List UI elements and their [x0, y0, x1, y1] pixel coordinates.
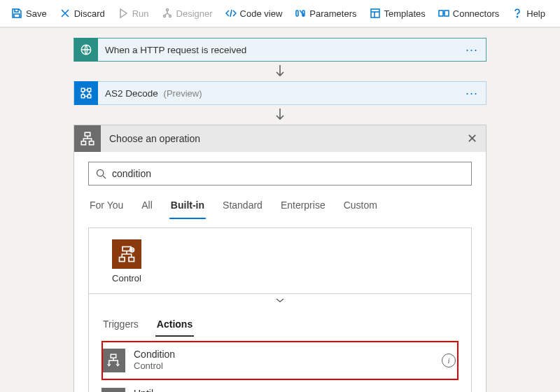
- svg-point-17: [97, 169, 103, 176]
- control-connector-label: Control: [112, 273, 141, 284]
- parameters-label: Parameters: [309, 8, 356, 19]
- as2-decode-step[interactable]: AS2 Decode (Preview) ···: [74, 81, 486, 105]
- codeview-label: Code view: [240, 8, 283, 19]
- connectors-button[interactable]: Connectors: [433, 5, 505, 22]
- svg-point-8: [517, 16, 518, 17]
- connector-grid: Control Triggers Actions Condition Contr…: [88, 227, 472, 392]
- svg-rect-16: [90, 141, 94, 145]
- run-button: Run: [112, 5, 155, 22]
- until-icon: [102, 388, 125, 392]
- control-tile-icon: [112, 239, 141, 269]
- more-button[interactable]: ···: [458, 86, 486, 101]
- expand-toggle[interactable]: [89, 293, 471, 306]
- tab-actions[interactable]: Actions: [155, 313, 194, 337]
- svg-rect-13: [88, 94, 91, 98]
- tab-builtin[interactable]: Built-in: [169, 195, 206, 219]
- parameters-button[interactable]: Parameters: [289, 5, 362, 22]
- connectors-label: Connectors: [453, 8, 499, 19]
- tab-standard[interactable]: Standard: [221, 195, 264, 219]
- save-button[interactable]: Save: [6, 5, 52, 22]
- condition-icon: [102, 349, 125, 372]
- tab-custom[interactable]: Custom: [342, 195, 379, 219]
- control-connector[interactable]: Control: [102, 239, 152, 284]
- arrow-icon: [74, 108, 486, 122]
- discard-label: Discard: [74, 8, 105, 19]
- connectors-icon: [438, 8, 449, 19]
- templates-button[interactable]: Templates: [364, 5, 431, 22]
- run-icon: [118, 8, 129, 19]
- help-label: Help: [526, 8, 545, 19]
- tab-all[interactable]: All: [140, 195, 154, 219]
- svg-rect-5: [371, 9, 379, 18]
- as2-decode-title: AS2 Decode (Preview): [98, 88, 458, 99]
- connector-filter-tabs: For You All Built-in Standard Enterprise…: [88, 195, 472, 219]
- globe-icon: [74, 38, 98, 62]
- close-button[interactable]: ✕: [458, 131, 486, 146]
- svg-rect-3: [296, 10, 298, 16]
- designer-icon: [162, 8, 173, 19]
- tab-enterprise[interactable]: Enterprise: [279, 195, 327, 219]
- svg-rect-10: [81, 88, 85, 92]
- svg-point-0: [166, 9, 168, 11]
- svg-rect-7: [444, 10, 449, 16]
- svg-rect-11: [88, 88, 91, 92]
- run-label: Run: [132, 8, 149, 19]
- until-action-row[interactable]: Until Control i: [102, 380, 458, 392]
- tab-triggers[interactable]: Triggers: [102, 313, 140, 337]
- search-input[interactable]: [112, 168, 464, 179]
- panel-title: Choose an operation: [101, 133, 458, 144]
- condition-action-row[interactable]: Condition Control i: [102, 341, 458, 380]
- preview-badge: (Preview): [164, 88, 202, 99]
- svg-rect-14: [85, 132, 90, 136]
- code-icon: [225, 8, 237, 19]
- panel-header: Choose an operation ✕: [74, 125, 486, 152]
- designer-label: Designer: [176, 8, 213, 19]
- discard-icon: [59, 8, 71, 19]
- condition-name: Condition: [134, 349, 433, 361]
- operation-icon: [74, 125, 101, 152]
- svg-rect-6: [439, 10, 443, 16]
- designer-button: Designer: [156, 5, 218, 22]
- templates-icon: [370, 8, 381, 19]
- choose-operation-panel: Choose an operation ✕ For You All Built-…: [74, 125, 486, 392]
- save-icon: [11, 8, 22, 19]
- condition-sub: Control: [134, 360, 433, 372]
- search-input-wrapper[interactable]: [88, 162, 472, 186]
- svg-rect-22: [111, 354, 116, 358]
- save-label: Save: [26, 8, 47, 19]
- workflow-canvas: When a HTTP request is received ··· AS2 …: [0, 28, 560, 392]
- trigger-action-tabs: Triggers Actions: [89, 313, 471, 337]
- more-button[interactable]: ···: [458, 43, 486, 57]
- until-name: Until: [134, 388, 433, 392]
- http-trigger-title: When a HTTP request is received: [98, 45, 458, 55]
- svg-rect-12: [81, 94, 85, 98]
- search-icon: [96, 169, 106, 179]
- codeview-button[interactable]: Code view: [220, 5, 288, 22]
- info-icon[interactable]: i: [442, 354, 456, 368]
- command-toolbar: Save Discard Run Designer Code view Para…: [0, 0, 560, 28]
- svg-rect-20: [129, 258, 134, 262]
- discard-button[interactable]: Discard: [54, 5, 111, 22]
- as2-icon: [74, 81, 98, 105]
- help-button[interactable]: Help: [506, 5, 551, 22]
- templates-label: Templates: [384, 8, 426, 19]
- svg-rect-15: [81, 141, 85, 145]
- help-icon: [512, 8, 523, 19]
- parameters-icon: [295, 8, 306, 19]
- tab-for-you[interactable]: For You: [88, 195, 125, 219]
- svg-rect-19: [120, 258, 125, 262]
- action-results: Condition Control i Until Control i: [89, 337, 471, 392]
- http-trigger-step[interactable]: When a HTTP request is received ···: [74, 38, 486, 62]
- arrow-icon: [74, 64, 486, 78]
